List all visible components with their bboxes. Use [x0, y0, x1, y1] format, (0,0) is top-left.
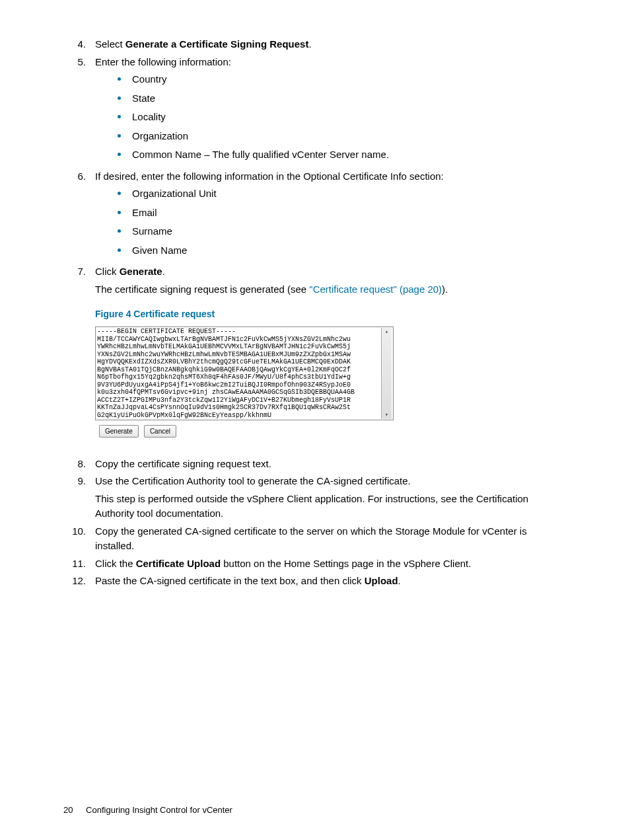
list-item: Email	[114, 206, 567, 221]
step-content: If desired, enter the following informat…	[95, 169, 567, 262]
list-item: Given Name	[114, 243, 567, 258]
scroll-up-icon[interactable]: ▴	[385, 328, 388, 336]
step-5: 5. Enter the following information: Coun…	[63, 55, 567, 167]
step-10: 10. Copy the generated CA-signed certifi…	[63, 524, 567, 554]
certificate-text: -----BEGIN CERTIFICATE REQUEST----- MIIB…	[97, 328, 381, 419]
step-number: 4.	[63, 37, 95, 52]
step-content: Select Generate a Certificate Signing Re…	[95, 37, 567, 52]
cancel-button[interactable]: Cancel	[144, 425, 176, 438]
step-12: 12. Paste the CA-signed certificate in t…	[63, 574, 567, 589]
generate-button[interactable]: Generate	[99, 425, 139, 438]
figure-caption: Figure 4 Certificate request	[95, 307, 567, 321]
list-item: Surname	[114, 224, 567, 239]
list-item: Organizational Unit	[114, 186, 567, 202]
step-number: 12.	[63, 574, 95, 589]
scroll-down-icon[interactable]: ▾	[385, 411, 388, 419]
step-content: Copy the generated CA-signed certificate…	[95, 524, 567, 554]
step-content: Click the Certificate Upload button on t…	[95, 556, 567, 572]
instruction-list: 4. Select Generate a Certificate Signing…	[63, 37, 567, 589]
list-item: Organization	[114, 129, 567, 144]
step-content: Paste the CA-signed certificate in the t…	[95, 574, 567, 589]
step-11: 11. Click the Certificate Upload button …	[63, 556, 567, 572]
field-list: Organizational Unit Email Surname Given …	[114, 186, 567, 258]
step-4: 4. Select Generate a Certificate Signing…	[63, 37, 567, 52]
step-8: 8. Copy the certificate signing request …	[63, 457, 567, 472]
list-item: Common Name – The fully qualified vCente…	[114, 147, 567, 163]
step-content: Click Generate. The certificate signing …	[95, 264, 567, 441]
step-number: 5.	[63, 55, 95, 167]
list-item: Locality	[114, 110, 567, 125]
step-number: 9.	[63, 474, 95, 521]
step-7: 7. Click Generate. The certificate signi…	[63, 264, 567, 441]
step-content: Enter the following information: Country…	[95, 55, 567, 167]
field-list: Country State Locality Organization Comm…	[114, 72, 567, 163]
step-6: 6. If desired, enter the following infor…	[63, 169, 567, 262]
certificate-textarea[interactable]: -----BEGIN CERTIFICATE REQUEST----- MIIB…	[95, 326, 394, 420]
step-number: 6.	[63, 169, 95, 262]
cross-reference-link[interactable]: "Certificate request" (page 20)	[309, 284, 442, 295]
certificate-request-figure: -----BEGIN CERTIFICATE REQUEST----- MIIB…	[95, 326, 394, 438]
step-number: 11.	[63, 556, 95, 572]
step-number: 10.	[63, 524, 95, 554]
step-content: Use the Certification Authority tool to …	[95, 474, 567, 521]
footer-title: Configuring Insight Control for vCenter	[86, 805, 232, 815]
list-item: Country	[114, 72, 567, 87]
step-number: 7.	[63, 264, 95, 441]
step-9: 9. Use the Certification Authority tool …	[63, 474, 567, 521]
scrollbar[interactable]: ▴ ▾	[381, 328, 392, 419]
list-item: State	[114, 91, 567, 106]
page-number: 20	[63, 805, 73, 815]
step-content: Copy the certificate signing request tex…	[95, 457, 567, 472]
page-footer: 20 Configuring Insight Control for vCent…	[63, 804, 232, 817]
step-number: 8.	[63, 457, 95, 472]
